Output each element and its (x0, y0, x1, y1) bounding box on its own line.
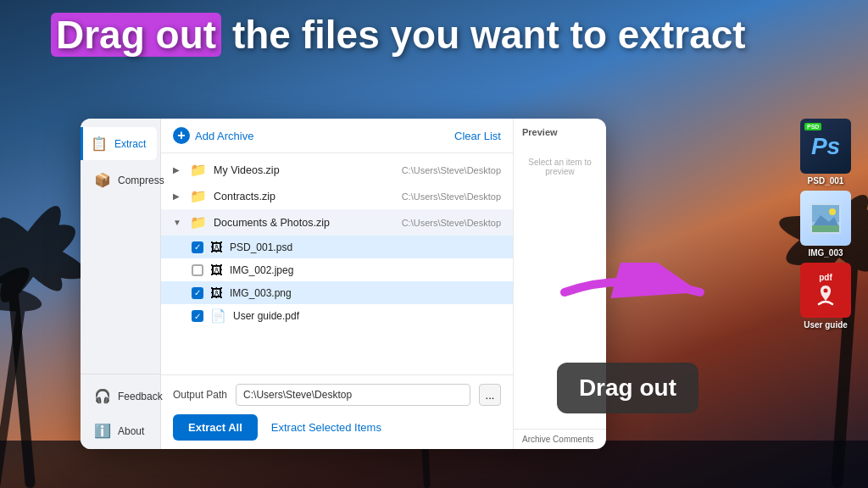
archive-name: My Videos.zip (214, 164, 395, 176)
pdf-file-icon: pdf (800, 263, 851, 318)
checkbox-checked[interactable]: ✓ (192, 241, 203, 253)
archive-path: C:\Users\Steve\Desktop (402, 191, 501, 202)
img-file-name: IMG_003 (808, 248, 843, 258)
plus-icon: + (173, 127, 190, 144)
preview-title: Preview (514, 119, 606, 141)
sidebar-extract-label: Extract (114, 138, 146, 150)
sidebar-item-feedback[interactable]: 🎧 Feedback (84, 380, 157, 413)
header-rest: the files you want to extract (221, 13, 746, 57)
output-path-row: Output Path ... (173, 384, 501, 406)
img-file-icon (800, 191, 851, 246)
archive-row-expanded[interactable]: ▼ 📁 Documents & Photos.zip C:\Users\Stev… (161, 209, 513, 236)
main-content: + Add Archive Clear List ▶ 📁 My Videos.z… (161, 119, 513, 449)
extract-all-button[interactable]: Extract All (173, 414, 258, 441)
svg-point-24 (824, 289, 828, 293)
archive-row[interactable]: ▶ 📁 My Videos.zip C:\Users\Steve\Desktop (161, 157, 513, 183)
about-icon: ℹ️ (94, 423, 111, 439)
file-type-icon: 📄 (210, 308, 226, 324)
extract-icon: 📋 (91, 136, 108, 152)
extract-selected-button[interactable]: Extract Selected Items (271, 421, 381, 434)
extracted-file-img: IMG_003 (800, 191, 851, 258)
archive-icon: 📁 (190, 214, 207, 230)
file-item[interactable]: ✓ 🖼 PSD_001.psd (161, 236, 513, 258)
extracted-files: Ps PSD_001 IMG_003 pdf (800, 119, 851, 330)
file-item[interactable]: ✓ 📄 User guide.pdf (161, 304, 513, 328)
sidebar-compress-label: Compress (118, 175, 164, 186)
toolbar: + Add Archive Clear List (161, 119, 513, 153)
file-name: User guide.pdf (233, 310, 299, 322)
drag-out-label: Drag out (557, 363, 698, 413)
pdf-label: pdf (819, 273, 832, 282)
file-type-icon: 🖼 (210, 240, 223, 254)
file-list: ▶ 📁 My Videos.zip C:\Users\Steve\Desktop… (161, 153, 513, 374)
file-type-icon: 🖼 (210, 263, 223, 277)
archive-icon: 📁 (190, 162, 207, 178)
file-name: IMG_003.png (230, 287, 292, 299)
feedback-icon: 🎧 (94, 388, 111, 404)
browse-button[interactable]: ... (479, 384, 501, 406)
file-type-icon: 🖼 (210, 286, 223, 300)
psd-file-name: PSD_001 (808, 176, 844, 186)
file-item[interactable]: ✓ 🖼 IMG_003.png (161, 281, 513, 304)
archive-path: C:\Users\Steve\Desktop (402, 218, 501, 228)
add-archive-button[interactable]: + Add Archive (173, 127, 253, 144)
svg-point-23 (829, 208, 836, 215)
archive-path: C:\Users\Steve\Desktop (402, 165, 501, 175)
ps-text: Ps (811, 133, 840, 160)
svg-rect-22 (812, 225, 839, 232)
clear-list-button[interactable]: Clear List (454, 130, 501, 142)
archive-row[interactable]: ▶ 📁 Contracts.zip C:\Users\Steve\Desktop (161, 183, 513, 209)
header-text: Drag out the files you want to extract (51, 12, 746, 58)
add-archive-label: Add Archive (195, 130, 253, 142)
arrow (556, 263, 726, 322)
psd-file-icon: Ps (800, 119, 851, 174)
extracted-file-pdf: pdf User guide (800, 263, 851, 330)
extracted-file-psd: Ps PSD_001 (800, 119, 851, 186)
chevron-right-icon: ▶ (173, 165, 183, 175)
output-path-input[interactable] (236, 384, 470, 406)
action-row: Extract All Extract Selected Items (173, 414, 501, 441)
chevron-down-icon: ▼ (173, 218, 183, 227)
checkbox-checked[interactable]: ✓ (192, 310, 203, 322)
header-highlight: Drag out (51, 13, 221, 57)
sidebar-bottom: 🎧 Feedback ℹ️ About (81, 374, 160, 449)
bottom-bar: Output Path ... Extract All Extract Sele… (161, 374, 513, 449)
sidebar-feedback-label: Feedback (118, 391, 163, 402)
archive-name: Documents & Photos.zip (214, 217, 395, 229)
chevron-right-icon: ▶ (173, 191, 183, 201)
checkbox-checked[interactable]: ✓ (192, 287, 203, 299)
output-path-label: Output Path (173, 389, 227, 401)
archive-comments-label: Archive Comments (514, 429, 606, 449)
sidebar-item-extract[interactable]: 📋 Extract (81, 127, 157, 160)
file-item[interactable]: 🖼 IMG_002.jpeg (161, 258, 513, 281)
sidebar-about-label: About (118, 425, 144, 437)
checkbox-unchecked[interactable] (192, 264, 203, 276)
sidebar-item-about[interactable]: ℹ️ About (84, 414, 157, 447)
file-name: PSD_001.psd (230, 241, 292, 253)
sidebar: 📋 Extract 📦 Compress 🎧 Feedback ℹ️ About (81, 119, 161, 449)
file-name: IMG_002.jpeg (230, 264, 293, 276)
app-window: 📋 Extract 📦 Compress 🎧 Feedback ℹ️ About… (81, 119, 606, 449)
archive-name: Contracts.zip (214, 191, 395, 202)
sidebar-item-compress[interactable]: 📦 Compress (84, 164, 157, 197)
archive-icon: 📁 (190, 188, 207, 204)
pdf-file-name: User guide (804, 320, 848, 330)
compress-icon: 📦 (94, 172, 111, 188)
